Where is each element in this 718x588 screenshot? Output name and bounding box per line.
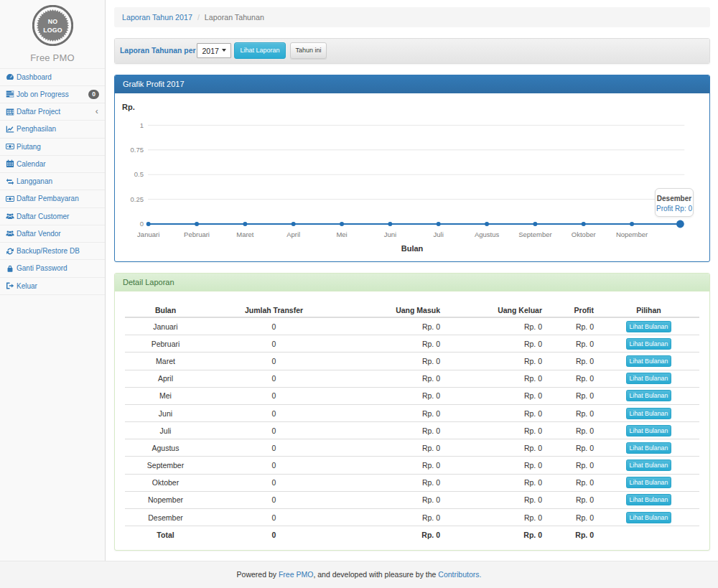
filter-panel-heading: Laporan Tahunan per 2017 Lihat Laporan T…: [115, 39, 709, 63]
lihat-bulanan-button[interactable]: Lihat Bulanan: [626, 338, 672, 350]
lihat-bulanan-button[interactable]: Lihat Bulanan: [626, 390, 672, 401]
table-row-juni: Juni0Rp. 0Rp. 0Rp. 0Lihat Bulanan: [125, 404, 699, 421]
cell-profit: Rp. 0: [553, 491, 605, 508]
profit-line-chart: 00.250.50.751JanuariPebruariMaretAprilMe…: [115, 93, 710, 261]
data-point[interactable]: [388, 222, 392, 226]
data-point-active[interactable]: [676, 220, 684, 228]
users-icon: [6, 212, 14, 220]
data-point[interactable]: [195, 222, 199, 226]
lock-icon: [6, 264, 14, 273]
sidebar-item-label: Dashboard: [17, 73, 52, 81]
chart-tooltip-value: Profit Rp: 0: [656, 203, 693, 214]
detail-panel-title: Detail Laporan: [123, 278, 174, 286]
sidebar-item-daftar-vendor[interactable]: Daftar Vendor: [0, 225, 105, 243]
data-point[interactable]: [485, 222, 489, 226]
breadcrumb-separator: /: [197, 13, 200, 22]
cell-profit: Rp. 0: [553, 387, 605, 404]
column-header-jumlah-transfer: Jumlah Transfer: [206, 304, 342, 317]
breadcrumb-link-laporan-tahun[interactable]: Laporan Tahun 2017: [122, 13, 192, 22]
sidebar-item-backup-restore-db[interactable]: Backup/Restore DB: [0, 243, 105, 260]
data-point[interactable]: [292, 222, 296, 226]
footer-link-contributors[interactable]: Contributors.: [438, 570, 481, 579]
sidebar-item-job-on-progress[interactable]: Job on Progress0: [0, 86, 105, 103]
lihat-bulanan-button[interactable]: Lihat Bulanan: [626, 494, 672, 505]
cell-uang-keluar: Rp. 0: [451, 509, 553, 526]
sidebar-item-keluar[interactable]: Keluar: [0, 278, 105, 295]
lihat-bulanan-button[interactable]: Lihat Bulanan: [626, 442, 672, 454]
report-table: BulanJumlah TransferUang MasukUang Kelua…: [125, 304, 699, 543]
logo-text-line1: NO: [47, 18, 57, 25]
cell-uang-masuk: Rp. 0: [342, 474, 451, 491]
sidebar-item-label: Job on Progress: [17, 90, 69, 98]
cell-pilihan: Lihat Bulanan: [605, 387, 699, 404]
cell-profit: Rp. 0: [553, 404, 605, 421]
cell-uang-keluar: Rp. 0: [451, 439, 553, 457]
sidebar-item-dashboard[interactable]: Dashboard: [0, 69, 105, 86]
x-tick-label: Januari: [137, 230, 159, 238]
lihat-bulanan-button[interactable]: Lihat Bulanan: [626, 321, 672, 332]
sidebar: NO LOGO Free PMO DashboardJob on Progres…: [0, 0, 106, 561]
sidebar-item-daftar-pembayaran[interactable]: Daftar Pembayaran: [0, 190, 105, 207]
cell-profit: Rp. 0: [553, 509, 605, 526]
footer-link-free-pmo[interactable]: Free PMO: [279, 570, 313, 579]
sidebar-item-calendar[interactable]: Calendar: [0, 156, 105, 173]
cell-pilihan: Lihat Bulanan: [605, 317, 699, 335]
sidebar-item-penghasilan[interactable]: Penghasilan: [0, 121, 105, 138]
cell-uang-keluar: Rp. 0: [451, 404, 553, 421]
lihat-bulanan-button[interactable]: Lihat Bulanan: [626, 459, 672, 471]
cell-bulan: Desember: [125, 509, 206, 526]
x-tick-label: Juni: [384, 230, 396, 238]
data-point[interactable]: [533, 222, 537, 226]
cell-jumlah-transfer: 0: [206, 526, 342, 543]
sidebar-item-label: Ganti Password: [17, 264, 67, 272]
table-row-januari: Januari0Rp. 0Rp. 0Rp. 0Lihat Bulanan: [125, 317, 699, 335]
cell-bulan: Juni: [125, 404, 206, 421]
detail-panel-heading: Detail Laporan: [115, 274, 709, 291]
lihat-bulanan-button[interactable]: Lihat Bulanan: [626, 512, 672, 523]
data-point[interactable]: [243, 222, 247, 226]
sidebar-item-langganan[interactable]: Langganan: [0, 173, 105, 190]
lihat-bulanan-button[interactable]: Lihat Bulanan: [626, 408, 672, 419]
lihat-laporan-button[interactable]: Lihat Laporan: [234, 42, 285, 58]
cell-uang-masuk: Rp. 0: [342, 335, 451, 353]
table-row-juli: Juli0Rp. 0Rp. 0Rp. 0Lihat Bulanan: [125, 422, 699, 439]
cell-uang-masuk: Rp. 0: [342, 370, 451, 387]
cell-pilihan: [605, 526, 699, 543]
data-point[interactable]: [146, 222, 151, 226]
lihat-bulanan-button[interactable]: Lihat Bulanan: [626, 425, 672, 437]
cell-bulan: Oktober: [125, 474, 206, 491]
breadcrumb: Laporan Tahun 2017 / Laporan Tahunan: [114, 7, 710, 27]
cell-bulan: September: [125, 457, 206, 474]
sidebar-item-piutang[interactable]: Piutang: [0, 139, 105, 156]
cell-profit: Rp. 0: [553, 335, 605, 353]
cell-pilihan: Lihat Bulanan: [605, 422, 699, 439]
lihat-bulanan-button[interactable]: Lihat Bulanan: [626, 477, 672, 488]
cell-jumlah-transfer: 0: [206, 404, 342, 421]
sidebar-item-ganti-password[interactable]: Ganti Password: [0, 260, 105, 277]
chart-x-axis-title: Bulan: [115, 244, 709, 253]
data-point[interactable]: [437, 222, 441, 226]
cell-pilihan: Lihat Bulanan: [605, 457, 699, 474]
tahun-ini-button[interactable]: Tahun ini: [290, 42, 327, 58]
lihat-bulanan-button[interactable]: Lihat Bulanan: [626, 373, 672, 384]
y-tick-label: 0: [140, 220, 144, 228]
sidebar-item-daftar-project[interactable]: Daftar Project‹: [0, 103, 105, 121]
cell-bulan: Total: [125, 526, 206, 543]
sidebar-menu: DashboardJob on Progress0Daftar Project‹…: [0, 68, 105, 295]
cell-bulan: Nopember: [125, 491, 206, 508]
lihat-bulanan-button[interactable]: Lihat Bulanan: [626, 355, 672, 367]
cell-jumlah-transfer: 0: [206, 474, 342, 491]
cell-uang-keluar: Rp. 0: [451, 491, 553, 508]
year-select[interactable]: 2017: [197, 43, 231, 58]
data-point[interactable]: [630, 222, 634, 226]
cell-profit: Rp. 0: [553, 526, 605, 543]
cell-uang-masuk: Rp. 0: [342, 491, 451, 508]
sidebar-item-daftar-customer[interactable]: Daftar Customer: [0, 208, 105, 225]
data-point[interactable]: [340, 222, 344, 226]
data-point[interactable]: [582, 222, 586, 226]
y-tick-label: 1: [140, 121, 144, 129]
footer-text-prefix: Powered by: [237, 570, 279, 579]
x-tick-label: April: [286, 230, 300, 238]
table-row-april: April0Rp. 0Rp. 0Rp. 0Lihat Bulanan: [125, 370, 699, 387]
cell-pilihan: Lihat Bulanan: [605, 335, 699, 353]
